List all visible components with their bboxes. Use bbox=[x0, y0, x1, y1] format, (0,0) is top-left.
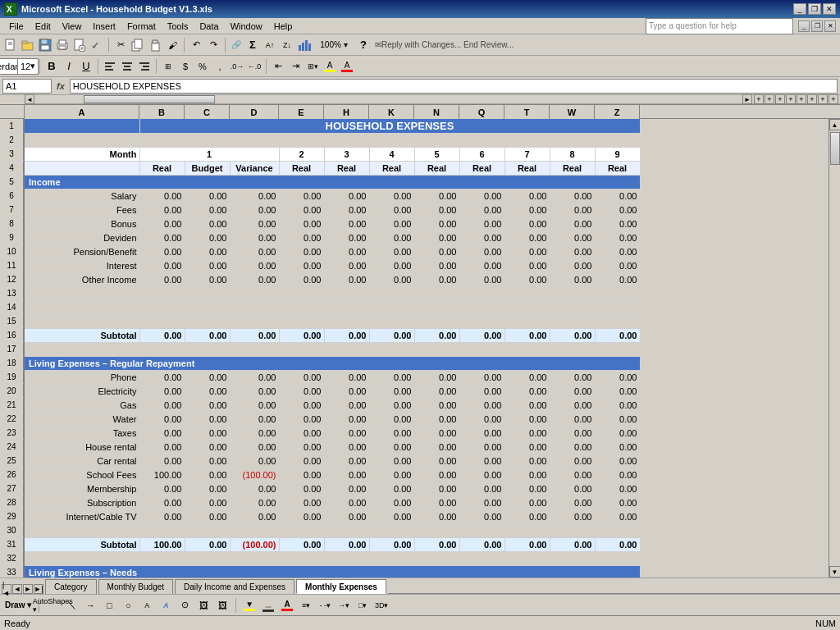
r31-h[interactable]: 0.00 bbox=[324, 537, 369, 551]
r21-k[interactable]: 0.00 bbox=[369, 398, 414, 412]
r11-w[interactable]: 0.00 bbox=[550, 258, 595, 272]
r28-c[interactable]: 0.00 bbox=[185, 495, 230, 509]
r27-e[interactable]: 0.00 bbox=[279, 482, 324, 495]
col-header-n[interactable]: N bbox=[414, 105, 459, 119]
r10-label[interactable]: Pension/Benefit bbox=[25, 244, 139, 258]
textbox-btn[interactable]: A bbox=[139, 597, 155, 614]
r31-k[interactable]: 0.00 bbox=[369, 537, 414, 551]
r31-e[interactable]: 0.00 bbox=[279, 537, 324, 551]
help-btn[interactable]: ? bbox=[355, 37, 372, 53]
r29-label[interactable]: Internet/Cable TV bbox=[25, 509, 139, 523]
r10-k[interactable]: 0.00 bbox=[369, 244, 414, 258]
r20-h[interactable]: 0.00 bbox=[324, 384, 369, 398]
r25-b[interactable]: 0.00 bbox=[139, 454, 185, 468]
r20-b[interactable]: 0.00 bbox=[139, 384, 185, 398]
r25-q[interactable]: 0.00 bbox=[459, 454, 504, 468]
line-color-btn[interactable]: ＿ bbox=[260, 597, 276, 614]
r29-t[interactable]: 0.00 bbox=[504, 509, 550, 523]
autoshapes-btn[interactable]: AutoShapes ▾ bbox=[44, 597, 61, 614]
r11-z[interactable]: 0.00 bbox=[595, 258, 640, 272]
align-center-button[interactable] bbox=[119, 58, 135, 75]
r29-q[interactable]: 0.00 bbox=[459, 509, 504, 523]
r20-c[interactable]: 0.00 bbox=[185, 384, 230, 398]
r9-b[interactable]: 0.00 bbox=[139, 231, 185, 244]
r29-b[interactable]: 0.00 bbox=[139, 509, 185, 523]
r6-w[interactable]: 0.00 bbox=[550, 189, 595, 203]
tab-last-btn[interactable]: ►| bbox=[34, 584, 43, 594]
r28-k[interactable]: 0.00 bbox=[369, 495, 414, 509]
r31-d[interactable]: (100.00) bbox=[230, 537, 279, 551]
menu-window[interactable]: Window bbox=[226, 20, 267, 33]
r7-c[interactable]: 0.00 bbox=[185, 203, 230, 217]
r7-h[interactable]: 0.00 bbox=[324, 203, 369, 217]
copy-button[interactable] bbox=[130, 37, 146, 53]
r23-c[interactable]: 0.00 bbox=[185, 426, 230, 440]
col-header-k[interactable]: K bbox=[369, 105, 414, 119]
r23-k[interactable]: 0.00 bbox=[369, 426, 414, 440]
new-button[interactable] bbox=[2, 37, 19, 53]
r22-n[interactable]: 0.00 bbox=[414, 412, 459, 426]
r22-e[interactable]: 0.00 bbox=[279, 412, 324, 426]
r31-q[interactable]: 0.00 bbox=[459, 537, 504, 551]
r25-z[interactable]: 0.00 bbox=[595, 454, 640, 468]
minimize-button[interactable]: _ bbox=[793, 3, 806, 15]
r26-k[interactable]: 0.00 bbox=[369, 468, 414, 482]
r8-q[interactable]: 0.00 bbox=[459, 217, 504, 231]
r12-k[interactable]: 0.00 bbox=[369, 272, 414, 286]
scroll-right-btn[interactable]: ► bbox=[742, 94, 752, 104]
col-plus-b[interactable]: + bbox=[754, 94, 764, 104]
r24-n[interactable]: 0.00 bbox=[414, 440, 459, 454]
menu-file[interactable]: File bbox=[4, 20, 29, 33]
r29-c[interactable]: 0.00 bbox=[185, 509, 230, 523]
r26-q[interactable]: 0.00 bbox=[459, 468, 504, 482]
r6-z[interactable]: 0.00 bbox=[595, 189, 640, 203]
menu-insert[interactable]: Insert bbox=[88, 20, 121, 33]
r10-h[interactable]: 0.00 bbox=[324, 244, 369, 258]
r25-label[interactable]: Car rental bbox=[25, 454, 139, 468]
r28-z[interactable]: 0.00 bbox=[595, 495, 640, 509]
r10-z[interactable]: 0.00 bbox=[595, 244, 640, 258]
r6-label[interactable]: Salary bbox=[25, 189, 139, 203]
r11-e[interactable]: 0.00 bbox=[279, 258, 324, 272]
r21-n[interactable]: 0.00 bbox=[414, 398, 459, 412]
app-restore-btn[interactable]: ❐ bbox=[811, 21, 823, 32]
r10-w[interactable]: 0.00 bbox=[550, 244, 595, 258]
percent-button[interactable]: % bbox=[194, 58, 211, 75]
r7-n[interactable]: 0.00 bbox=[414, 203, 459, 217]
image-btn[interactable]: 🖼 bbox=[214, 597, 231, 614]
tab-monthly-expenses[interactable]: Monthly Expenses bbox=[296, 579, 386, 594]
r29-n[interactable]: 0.00 bbox=[414, 509, 459, 523]
r23-label[interactable]: Taxes bbox=[25, 426, 139, 440]
r26-n[interactable]: 0.00 bbox=[414, 468, 459, 482]
r22-d[interactable]: 0.00 bbox=[230, 412, 279, 426]
r26-t[interactable]: 0.00 bbox=[504, 468, 550, 482]
col-header-d[interactable]: D bbox=[230, 105, 279, 119]
r8-b[interactable]: 0.00 bbox=[139, 217, 185, 231]
sort-asc-button[interactable]: A↑ bbox=[262, 37, 278, 53]
r10-t[interactable]: 0.00 bbox=[504, 244, 550, 258]
r19-label[interactable]: Phone bbox=[25, 370, 139, 384]
r29-d[interactable]: 0.00 bbox=[230, 509, 279, 523]
r27-k[interactable]: 0.00 bbox=[369, 482, 414, 495]
r24-w[interactable]: 0.00 bbox=[550, 440, 595, 454]
r8-label[interactable]: Bonus bbox=[25, 217, 139, 231]
r25-h[interactable]: 0.00 bbox=[324, 454, 369, 468]
shadow-btn[interactable]: □▾ bbox=[354, 597, 371, 614]
r24-e[interactable]: 0.00 bbox=[279, 440, 324, 454]
menu-format[interactable]: Format bbox=[122, 20, 161, 33]
r10-c[interactable]: 0.00 bbox=[185, 244, 230, 258]
vertical-scrollbar[interactable]: ▲ ▼ bbox=[829, 119, 840, 578]
r11-k[interactable]: 0.00 bbox=[369, 258, 414, 272]
r8-h[interactable]: 0.00 bbox=[324, 217, 369, 231]
r19-z[interactable]: 0.00 bbox=[595, 370, 640, 384]
r27-n[interactable]: 0.00 bbox=[414, 482, 459, 495]
r7-q[interactable]: 0.00 bbox=[459, 203, 504, 217]
borders-button[interactable]: ⊞▾ bbox=[304, 58, 321, 75]
r24-z[interactable]: 0.00 bbox=[595, 440, 640, 454]
r28-q[interactable]: 0.00 bbox=[459, 495, 504, 509]
r6-c[interactable]: 0.00 bbox=[185, 189, 230, 203]
r10-n[interactable]: 0.00 bbox=[414, 244, 459, 258]
r9-label[interactable]: Deviden bbox=[25, 231, 139, 244]
decrease-decimal-button[interactable]: ←.0 bbox=[246, 58, 262, 75]
col-plus-n[interactable]: + bbox=[818, 94, 828, 104]
